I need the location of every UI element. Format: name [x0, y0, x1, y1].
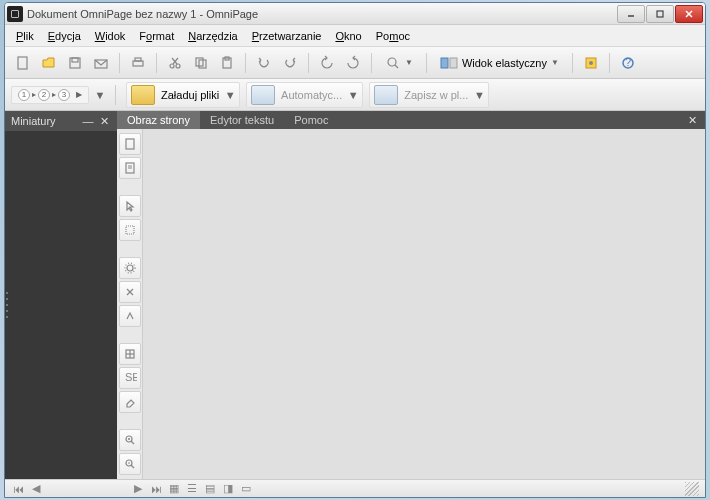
panel-grip-icon[interactable]: [6, 290, 10, 320]
thumbnails-body: [5, 131, 117, 479]
minimize-button[interactable]: [617, 5, 645, 23]
tool-separator-3: [119, 329, 141, 341]
view-single-icon[interactable]: ▭: [239, 483, 253, 495]
thumbnails-panel: Miniatury — ✕: [5, 111, 117, 479]
thumbnails-header: Miniatury — ✕: [5, 111, 117, 131]
copy-icon[interactable]: [189, 51, 213, 75]
app-window: Dokument OmniPage bez nazwy 1 - OmniPage…: [4, 2, 706, 498]
save-to-button[interactable]: Zapisz w pl... ▼: [369, 82, 489, 108]
svg-line-40: [131, 441, 134, 444]
menubar: Plik Edycja Widok Format Narzędzia Przet…: [5, 25, 705, 47]
svg-line-19: [395, 65, 398, 68]
workflow-wizard[interactable]: 1 ▸ 2 ▸ 3 ▶: [11, 86, 89, 104]
step-2: 2: [38, 89, 50, 101]
statusbar: ⏮ ◀ ▶ ⏭ ▦ ☰ ▤ ◨ ▭: [5, 479, 705, 497]
gear-icon[interactable]: [119, 257, 141, 279]
menu-okno[interactable]: Okno: [328, 28, 368, 44]
svg-point-10: [170, 64, 174, 68]
titlebar: Dokument OmniPage bez nazwy 1 - OmniPage: [5, 3, 705, 25]
tab-help[interactable]: Pomoc: [284, 111, 338, 129]
svg-rect-21: [450, 58, 457, 68]
tab-page-image[interactable]: Obraz strony: [117, 111, 200, 129]
wizard-dropdown[interactable]: ▼: [95, 89, 105, 101]
send-icon[interactable]: [89, 51, 113, 75]
svg-rect-26: [126, 139, 134, 149]
view-split-icon[interactable]: ◨: [221, 483, 235, 495]
view-detail-icon[interactable]: ▤: [203, 483, 217, 495]
save-icon[interactable]: [63, 51, 87, 75]
workspace: Miniatury — ✕ Obraz strony Edytor tekstu…: [5, 111, 705, 479]
view-grid-icon[interactable]: ▦: [167, 483, 181, 495]
main-panel: Obraz strony Edytor tekstu Pomoc ✕: [117, 111, 705, 479]
view-mode-label: Widok elastyczny: [462, 57, 547, 69]
delete-zone-icon[interactable]: [119, 281, 141, 303]
svg-rect-20: [441, 58, 448, 68]
page-lines-icon[interactable]: [119, 157, 141, 179]
window-title: Dokument OmniPage bez nazwy 1 - OmniPage: [27, 8, 617, 20]
svg-point-18: [388, 58, 396, 66]
paste-icon[interactable]: [215, 51, 239, 75]
new-icon[interactable]: [11, 51, 35, 75]
step-1: 1: [18, 89, 30, 101]
open-icon[interactable]: [37, 51, 61, 75]
page-icon[interactable]: [119, 133, 141, 155]
view-mode-dropdown[interactable]: Widok elastyczny ▼: [433, 51, 566, 75]
table-icon[interactable]: [119, 343, 141, 365]
thumbnails-title: Miniatury: [11, 115, 56, 127]
print-icon[interactable]: [126, 51, 150, 75]
redo-icon[interactable]: [278, 51, 302, 75]
nav-prev-icon[interactable]: ◀: [29, 483, 43, 495]
tool-separator-4: [119, 415, 141, 427]
nav-last-icon[interactable]: ⏭: [149, 483, 163, 495]
svg-rect-9: [135, 58, 141, 61]
view-list-icon[interactable]: ☰: [185, 483, 199, 495]
menu-format[interactable]: Format: [132, 28, 181, 44]
menu-plik[interactable]: Plik: [9, 28, 41, 44]
svg-rect-4: [18, 57, 27, 69]
vertical-toolbar: SET: [117, 129, 143, 479]
svg-line-44: [131, 465, 134, 468]
svg-point-23: [589, 61, 593, 65]
set-icon[interactable]: SET: [119, 367, 141, 389]
maximize-button[interactable]: [646, 5, 674, 23]
eraser-icon[interactable]: [119, 391, 141, 413]
panel-close-icon[interactable]: ✕: [97, 114, 111, 128]
tool-separator-2: [119, 243, 141, 255]
help-icon[interactable]: ?: [616, 51, 640, 75]
canvas-area: SET: [117, 129, 705, 479]
svg-text:SET: SET: [125, 371, 137, 383]
main-toolbar: ▼ Widok elastyczny ▼ ?: [5, 47, 705, 79]
panel-minimize-icon[interactable]: —: [81, 114, 95, 128]
cut-icon[interactable]: [163, 51, 187, 75]
close-button[interactable]: [675, 5, 703, 23]
options-icon[interactable]: [579, 51, 603, 75]
auto-process-button[interactable]: Automatyc... ▼: [246, 82, 363, 108]
resize-grip-icon[interactable]: [685, 482, 699, 496]
zoom-in-icon[interactable]: [119, 429, 141, 451]
undo-icon[interactable]: [252, 51, 276, 75]
rotate-right-icon[interactable]: [341, 51, 365, 75]
menu-pomoc[interactable]: Pomoc: [369, 28, 417, 44]
svg-point-31: [127, 265, 133, 271]
tab-close-icon[interactable]: ✕: [680, 114, 705, 127]
menu-przetwarzanie[interactable]: Przetwarzanie: [245, 28, 329, 44]
menu-narzedzia[interactable]: Narzędzia: [181, 28, 245, 44]
zoom-dropdown[interactable]: ▼: [378, 51, 420, 75]
select-area-icon[interactable]: [119, 219, 141, 241]
pointer-icon[interactable]: [119, 195, 141, 217]
menu-widok[interactable]: Widok: [88, 28, 133, 44]
folder-pair-icon: [131, 85, 155, 105]
rotate-left-icon[interactable]: [315, 51, 339, 75]
zone-order-icon[interactable]: [119, 305, 141, 327]
tabbar: Obraz strony Edytor tekstu Pomoc ✕: [117, 111, 705, 129]
svg-rect-6: [72, 58, 78, 62]
page-canvas[interactable]: [143, 129, 705, 479]
svg-rect-1: [657, 11, 663, 17]
tab-text-editor[interactable]: Edytor tekstu: [200, 111, 284, 129]
nav-next-icon[interactable]: ▶: [131, 483, 145, 495]
nav-first-icon[interactable]: ⏮: [11, 483, 25, 495]
zoom-out-icon[interactable]: [119, 453, 141, 475]
menu-edycja[interactable]: Edycja: [41, 28, 88, 44]
load-files-button[interactable]: Załaduj pliki ▼: [126, 82, 240, 108]
auto-process-label: Automatyc...: [281, 89, 342, 101]
